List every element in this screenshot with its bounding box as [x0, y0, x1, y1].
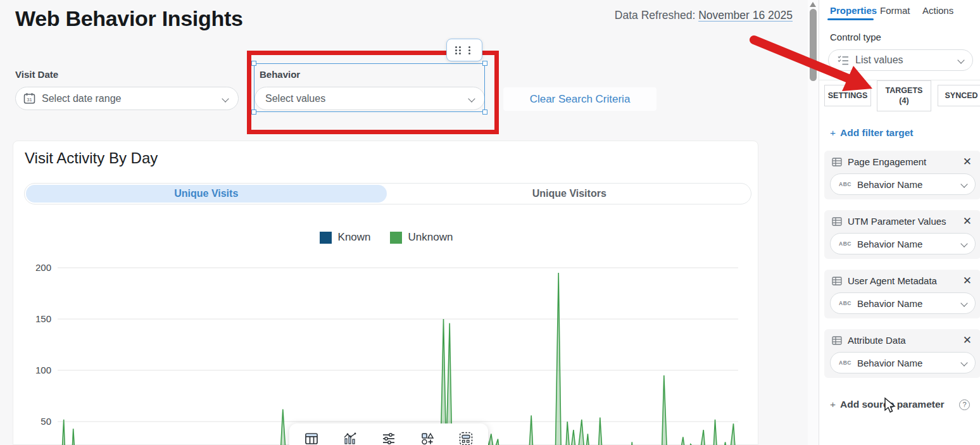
add-filter-target-label: Add filter target: [840, 127, 913, 138]
text-type-icon: ABC: [839, 181, 851, 187]
table-icon: [832, 336, 842, 345]
tab-targets-count: (4): [899, 96, 908, 105]
tab-settings[interactable]: SETTINGS: [824, 85, 871, 106]
target-field-value: Behavior Name: [857, 179, 922, 190]
target-field-value: Behavior Name: [857, 358, 922, 368]
table-icon: [832, 217, 842, 226]
close-icon[interactable]: ✕: [963, 275, 972, 286]
target-name: Page Engagement: [848, 156, 926, 167]
table-icon: [832, 277, 842, 285]
close-icon[interactable]: ✕: [963, 156, 972, 167]
svg-text:31: 31: [27, 97, 32, 103]
kebab-menu-icon[interactable]: [468, 46, 470, 48]
calendar-icon: 31: [23, 92, 35, 104]
text-type-icon: ABC: [839, 241, 851, 247]
add-filter-target-button[interactable]: +Add filter target: [830, 127, 913, 139]
page-title: Web Behavior Insights: [15, 6, 243, 31]
chevron-down-icon: [960, 240, 967, 247]
target-card: UTM Parameter Values ✕ ABC Behavior Name: [824, 210, 980, 259]
target-field-value: Behavior Name: [857, 239, 922, 249]
svg-text:100: 100: [35, 365, 51, 375]
svg-text:200: 200: [35, 262, 51, 273]
chart-y-axis-ticks: 50100150200: [35, 262, 51, 427]
text-type-icon: ABC: [839, 300, 851, 306]
target-card: Attribute Data ✕ ABC Behavior Name: [824, 329, 980, 378]
element-action-toolbar: [446, 39, 482, 61]
plus-icon: +: [830, 399, 836, 410]
visit-date-placeholder: Select date range: [42, 93, 121, 104]
add-source-parameter-label: Add source parameter: [840, 399, 945, 410]
target-name: User Agent Metadata: [848, 275, 937, 286]
chevron-down-icon: [222, 95, 229, 102]
data-refreshed: Data Refreshed: November 16 2025: [539, 7, 793, 23]
tab-actions[interactable]: Actions: [922, 5, 953, 16]
resize-handle-top-right[interactable]: [482, 61, 487, 66]
close-icon[interactable]: ✕: [963, 335, 972, 346]
chevron-down-icon: [957, 56, 964, 63]
tab-synced[interactable]: SYNCED: [938, 85, 980, 106]
chevron-down-icon: [960, 180, 967, 187]
chart-gridlines: [58, 268, 738, 422]
chevron-down-icon: [960, 299, 967, 306]
help-icon[interactable]: ?: [959, 399, 970, 410]
close-icon[interactable]: ✕: [963, 216, 972, 227]
control-type-dropdown[interactable]: List values: [828, 49, 973, 71]
list-values-icon: [838, 55, 849, 65]
svg-text:50: 50: [41, 416, 51, 427]
behavior-dropdown[interactable]: Select values: [254, 87, 485, 110]
vertical-scrollbar[interactable]: [808, 0, 819, 445]
target-card: Page Engagement ✕ ABC Behavior Name: [824, 151, 980, 199]
visit-date-dropdown[interactable]: 31 Select date range: [15, 87, 239, 110]
app-frame: Web Behavior Insights Data Refreshed: No…: [0, 0, 980, 445]
target-field-dropdown[interactable]: ABC Behavior Name: [830, 173, 976, 195]
tab-targets-label: TARGETS: [886, 86, 923, 95]
text-type-icon: ABC: [839, 360, 851, 366]
drag-handle-icon[interactable]: [455, 46, 457, 48]
tab-format[interactable]: Format: [880, 5, 910, 16]
embed-icon[interactable]: [458, 430, 474, 445]
visit-activity-panel: Visit Activity By Day Unique Visits Uniq…: [13, 141, 758, 445]
scroll-up-arrow[interactable]: [810, 2, 816, 7]
target-field-dropdown[interactable]: ABC Behavior Name: [830, 292, 976, 314]
behavior-placeholder: Select values: [265, 93, 325, 104]
chart-icon[interactable]: [342, 430, 358, 445]
target-field-dropdown[interactable]: ABC Behavior Name: [830, 233, 976, 254]
behavior-label: Behavior: [260, 69, 300, 80]
active-tab-underline: [827, 18, 874, 20]
clear-search-criteria-button[interactable]: Clear Search Criteria: [503, 87, 656, 111]
tab-targets[interactable]: TARGETS(4): [877, 80, 931, 111]
data-refreshed-label: Data Refreshed:: [615, 9, 698, 22]
chevron-down-icon: [960, 359, 967, 366]
scrollbar-thumb[interactable]: [810, 9, 817, 81]
properties-sidebar: Properties Format Actions Control type L…: [819, 0, 980, 445]
control-type-value: List values: [855, 54, 903, 66]
table-icon: [832, 158, 842, 166]
target-name: Attribute Data: [848, 335, 906, 346]
data-refreshed-value[interactable]: November 16 2025: [698, 9, 793, 22]
add-source-parameter-button[interactable]: +Add source parameter: [830, 399, 945, 410]
target-name: UTM Parameter Values: [848, 216, 946, 227]
plus-icon: +: [830, 127, 836, 138]
target-card: User Agent Metadata ✕ ABC Behavior Name: [824, 270, 980, 318]
add-element-toolbar: [289, 423, 488, 445]
chevron-down-icon: [468, 95, 475, 102]
svg-text:150: 150: [35, 313, 51, 324]
resize-handle-bottom-right[interactable]: [482, 110, 487, 115]
table-icon[interactable]: [303, 430, 320, 445]
area-series-unknown: [58, 273, 738, 445]
tab-properties[interactable]: Properties: [830, 5, 877, 16]
visit-activity-area-chart[interactable]: 50100150200: [13, 141, 759, 445]
resize-handle-top-left[interactable]: [251, 61, 256, 66]
controls-icon[interactable]: [380, 430, 397, 445]
target-field-dropdown[interactable]: ABC Behavior Name: [830, 352, 976, 373]
ui-elements-icon[interactable]: [419, 430, 436, 445]
target-field-value: Behavior Name: [857, 298, 922, 309]
control-type-label: Control type: [830, 32, 881, 42]
visit-date-label: Visit Date: [15, 69, 58, 80]
resize-handle-bottom-left[interactable]: [251, 110, 256, 115]
